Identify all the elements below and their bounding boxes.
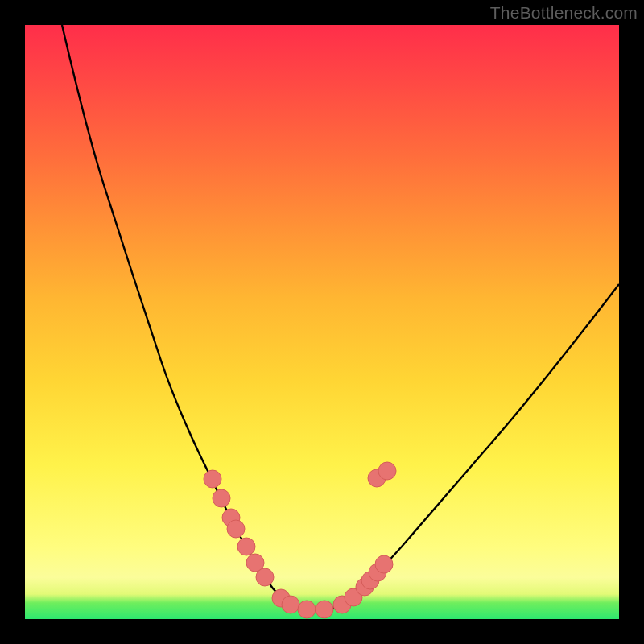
chart-frame: TheBottleneck.com	[0, 0, 644, 644]
data-dot	[256, 568, 274, 586]
data-dot	[227, 520, 245, 538]
watermark-text: TheBottleneck.com	[490, 3, 638, 23]
bottleneck-curve	[62, 25, 619, 610]
data-dot	[316, 601, 333, 618]
data-dot	[298, 601, 316, 618]
data-dot	[378, 462, 396, 480]
plot-area	[25, 25, 619, 619]
dot-group	[204, 462, 396, 618]
data-dot	[375, 555, 393, 573]
data-dot	[213, 489, 230, 507]
chart-svg	[25, 25, 619, 619]
data-dot	[237, 538, 255, 555]
data-dot	[282, 596, 299, 613]
data-dot	[204, 470, 221, 488]
